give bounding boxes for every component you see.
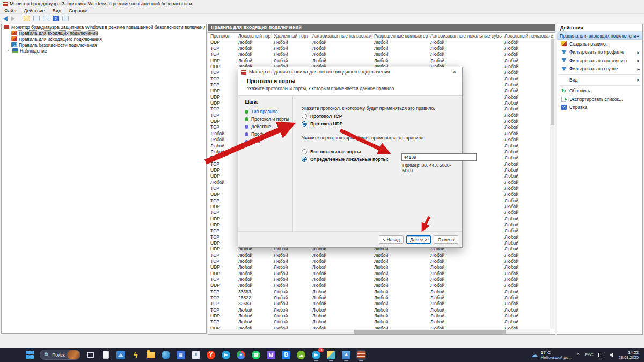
sidebar-item-2[interactable]: Правила безопасности подключения <box>2 42 206 48</box>
actions-group-header[interactable]: Правила для входящих подключений ▲ <box>557 32 642 40</box>
action-item-3[interactable]: Фильтровать по группе▶ <box>557 65 642 73</box>
all-ports-radio[interactable] <box>302 149 307 154</box>
sidebar-item-0[interactable]: Правила для входящих подключений <box>2 30 206 36</box>
search-input[interactable]: 🔍Поиск <box>40 350 80 360</box>
export-list-icon[interactable] <box>43 16 49 21</box>
back-button[interactable]: < Назад <box>379 235 404 244</box>
action-item-4[interactable]: Вид▶ <box>557 76 642 84</box>
action-item-2[interactable]: Фильтровать по состоянию▶ <box>557 56 642 65</box>
console-window-icon[interactable] <box>33 16 40 21</box>
table-row[interactable]: UDPЛюбойЛюбойЛюбойЛюбойЛюбойЛюбой <box>208 39 550 45</box>
wizard-step-4[interactable]: Имя <box>245 138 292 145</box>
sidebar-item-3[interactable]: >Наблюдение <box>2 48 206 54</box>
action-item-6[interactable]: Экспортировать список... <box>557 95 642 104</box>
menu-item-1[interactable]: Действие <box>24 8 45 13</box>
network-icon[interactable] <box>598 353 604 357</box>
taskbar-icon-document[interactable] <box>101 350 111 360</box>
column-header-2[interactable]: Удаленный порт <box>272 33 310 39</box>
taskbar-icon-yandex[interactable]: Y <box>206 350 216 360</box>
column-header-5[interactable]: Авторизованные локальные субъекты <box>428 33 502 39</box>
help-icon[interactable]: ? <box>53 16 59 21</box>
table-row[interactable]: UDPЛюбойЛюбойЛюбойЛюбойЛюбойЛюбой <box>208 325 550 329</box>
taskbar-icon-gallery[interactable] <box>326 350 336 360</box>
table-row[interactable]: TCPЛюбойЛюбойЛюбойЛюбойЛюбойЛюбой <box>208 252 550 258</box>
column-header-0[interactable]: Протокол <box>208 33 236 39</box>
table-row[interactable]: UDPЛюбойЛюбойЛюбойЛюбойЛюбойЛюбой <box>208 283 550 289</box>
table-row[interactable]: UDPЛюбойЛюбойЛюбойЛюбойЛюбойЛюбой <box>208 57 550 63</box>
next-button[interactable]: Далее > <box>406 235 431 244</box>
wizard-step-2[interactable]: Действие <box>245 123 292 130</box>
taskbar-icon-cloud[interactable]: ☁ <box>296 350 306 360</box>
action-item-1[interactable]: Фильтровать по профилю▶ <box>557 48 642 57</box>
action-item-7[interactable]: ?Справка <box>557 104 642 112</box>
taskbar-icon-explorer[interactable] <box>146 350 156 360</box>
tcp-radio[interactable] <box>302 114 307 119</box>
vertical-scrollbar-thumb[interactable] <box>551 39 554 125</box>
table-row[interactable]: TCPЛюбойЛюбойЛюбойЛюбойЛюбойЛюбой <box>208 51 550 57</box>
table-row[interactable]: TCPЛюбойЛюбойЛюбойЛюбойЛюбойЛюбой <box>208 276 550 282</box>
collapse-icon[interactable]: ▲ <box>636 34 640 38</box>
column-header-6[interactable]: Локальный пользователь <box>502 33 553 39</box>
tree-root[interactable]: Монитор брандмауэра Защитника Windows в … <box>2 24 206 30</box>
weather-widget[interactable]: ☁ 17°C Небольшой до... <box>531 350 572 360</box>
taskbar-icon-firewall[interactable] <box>356 350 366 360</box>
taskbar-icon-mail[interactable]: M <box>266 350 276 360</box>
table-row[interactable]: TCPЛюбойЛюбойЛюбойЛюбойЛюбойЛюбой <box>208 307 550 313</box>
taskbar-icon-start[interactable] <box>25 350 34 360</box>
table-row[interactable]: UDPЛюбойЛюбойЛюбойЛюбойЛюбойЛюбой <box>208 313 550 319</box>
wizard-step-0[interactable]: Тип правила <box>245 108 292 115</box>
radio-row-udp[interactable]: Протокол UDP <box>302 121 342 127</box>
clock[interactable]: 14:23 29.08.2025 <box>618 350 639 360</box>
radio-row-tcp[interactable]: Протокол TCP <box>302 114 342 119</box>
specific-ports-radio[interactable] <box>302 157 307 162</box>
taskbar-icon-telegram[interactable] <box>221 350 231 360</box>
wizard-step-3[interactable]: Профиль <box>245 130 292 138</box>
table-row[interactable]: TCP26822ЛюбойЛюбойЛюбойЛюбойЛюбой <box>208 294 550 300</box>
action-item-5[interactable]: ↻Обновить <box>557 87 642 95</box>
ports-input[interactable] <box>401 153 477 161</box>
column-header-1[interactable]: Локальный порт <box>236 33 272 39</box>
taskbar-icon-notes[interactable]: ≡ <box>191 350 201 360</box>
taskbar-icon-calculator[interactable]: ▦ <box>176 350 186 360</box>
column-header-3[interactable]: Авторизованные пользователи <box>310 33 372 39</box>
menu-item-2[interactable]: Вид <box>53 8 61 13</box>
table-row[interactable]: TCP32683ЛюбойЛюбойЛюбойЛюбойЛюбой <box>208 301 550 307</box>
table-row[interactable]: TCP33683ЛюбойЛюбойЛюбойЛюбойЛюбой <box>208 289 550 294</box>
taskbar-icon-photos-2[interactable]: ⛰ <box>341 350 351 360</box>
taskbar-icon-telegram-2[interactable]: 21 <box>311 350 321 360</box>
radio-row-specific-ports[interactable]: Определенные локальные порты: <box>302 157 389 162</box>
column-header-4[interactable]: Разрешенные компьютеры <box>372 33 428 39</box>
forward-icon[interactable] <box>11 16 15 21</box>
menu-item-3[interactable]: Справка <box>69 8 87 13</box>
horizontal-scrollbar-thumb[interactable] <box>354 330 506 334</box>
table-row[interactable]: UDPЛюбойЛюбойЛюбойЛюбойЛюбойЛюбой <box>208 270 550 276</box>
taskbar-icon-lightning[interactable]: ϟ <box>131 350 141 360</box>
radio-row-all-ports[interactable]: Все локальные порты <box>302 149 361 154</box>
export-folder-icon[interactable] <box>24 16 30 21</box>
taskbar-icon-chrome[interactable] <box>236 350 246 360</box>
back-icon[interactable] <box>3 16 8 21</box>
language-indicator[interactable]: РУС <box>584 352 593 357</box>
cancel-button[interactable]: Отмена <box>434 235 458 244</box>
table-row[interactable]: TCPЛюбойЛюбойЛюбойЛюбойЛюбойЛюбой <box>208 258 550 264</box>
taskbar-icon-whatsapp[interactable]: ☎ <box>251 350 261 360</box>
volume-icon[interactable] <box>610 353 613 357</box>
table-row[interactable]: TCPЛюбойЛюбойЛюбойЛюбойЛюбойЛюбой <box>208 45 550 51</box>
vertical-scrollbar[interactable] <box>550 39 555 329</box>
wizard-step-1[interactable]: Протокол и порты <box>245 115 292 123</box>
taskbar-icon-vk[interactable]: B <box>281 350 291 360</box>
close-icon[interactable]: × <box>450 69 459 75</box>
menu-item-0[interactable]: Файл <box>4 8 16 13</box>
sidebar-item-1[interactable]: Правила для исходящего подключения <box>2 36 206 42</box>
expander-icon[interactable]: > <box>6 48 10 53</box>
action-item-0[interactable]: Создать правило... <box>557 40 642 48</box>
taskbar-icon-photos[interactable] <box>116 350 126 360</box>
console-window-icon-2[interactable] <box>62 16 69 21</box>
table-row[interactable]: UDPЛюбойЛюбойЛюбойЛюбойЛюбойЛюбой <box>208 264 550 270</box>
table-row[interactable]: TCPЛюбойЛюбойЛюбойЛюбойЛюбойЛюбой <box>208 319 550 325</box>
tray-chevron-icon[interactable]: ^ <box>577 352 579 358</box>
horizontal-scrollbar[interactable] <box>208 329 550 334</box>
taskbar-icon-task-view[interactable] <box>86 350 96 360</box>
udp-radio[interactable] <box>302 121 307 127</box>
taskbar-icon-browser[interactable] <box>161 350 171 360</box>
